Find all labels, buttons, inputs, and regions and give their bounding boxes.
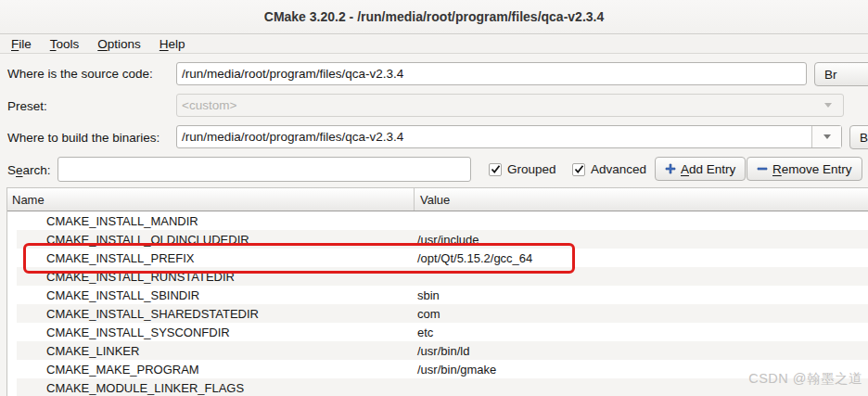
- table-row[interactable]: CMAKE_MAKE_PROGRAM /usr/bin/gmake: [7, 360, 868, 378]
- variable-name-cell[interactable]: CMAKE_INSTALL_MANDIR: [17, 214, 414, 228]
- variable-name-cell[interactable]: CMAKE_LINKER: [17, 344, 414, 358]
- variable-name-cell[interactable]: CMAKE_INSTALL_SYSCONFDIR: [17, 326, 414, 339]
- cache-table: Name Value CMAKE_INSTALL_MANDIR CMAKE_IN…: [6, 187, 868, 396]
- build-binaries-value[interactable]: /run/media/root/program/files/qca-v2.3.4: [177, 130, 811, 144]
- advanced-checkbox[interactable]: Advanced: [572, 162, 646, 176]
- column-header-name[interactable]: Name: [7, 193, 414, 207]
- grouped-checkbox[interactable]: Grouped: [489, 162, 556, 176]
- binaries-dropdown-button[interactable]: [811, 126, 841, 147]
- menu-help[interactable]: Help: [150, 37, 195, 51]
- variable-name-cell[interactable]: CMAKE_INSTALL_OLDINCLUDEDIR: [17, 233, 414, 247]
- watermark: CSDN @翰墨之道: [748, 370, 862, 388]
- preset-dropdown-button: [813, 95, 843, 116]
- table-row[interactable]: CMAKE_INSTALL_SBINDIR sbin: [7, 286, 868, 304]
- build-binaries-combobox[interactable]: /run/media/root/program/files/qca-v2.3.4: [176, 125, 842, 148]
- plus-icon: [665, 163, 676, 174]
- source-code-label: Where is the source code:: [7, 67, 153, 81]
- window-title: CMake 3.20.2 - /run/media/root/program/f…: [264, 9, 604, 24]
- variable-name-cell[interactable]: CMAKE_INSTALL_RUNSTATEDIR: [17, 270, 414, 284]
- table-row[interactable]: CMAKE_INSTALL_PREFIX /opt/Qt/5.15.2/gcc_…: [7, 249, 868, 267]
- variable-value-cell[interactable]: /usr/bin/ld: [414, 344, 868, 358]
- source-code-input[interactable]: [176, 62, 807, 85]
- remove-entry-button[interactable]: Remove Entry: [747, 157, 862, 181]
- menu-bar: File Tools Options Help: [0, 35, 868, 54]
- variable-name-cell[interactable]: CMAKE_MODULE_LINKER_FLAGS: [17, 381, 414, 395]
- checkmark-icon: [491, 164, 501, 174]
- table-row[interactable]: CMAKE_INSTALL_SHAREDSTATEDIR com: [7, 304, 868, 323]
- variable-name-cell[interactable]: CMAKE_INSTALL_PREFIX: [17, 251, 414, 265]
- table-row[interactable]: CMAKE_INSTALL_OLDINCLUDEDIR /usr/include: [7, 230, 868, 249]
- table-row[interactable]: CMAKE_INSTALL_RUNSTATEDIR: [7, 267, 868, 286]
- table-body: CMAKE_INSTALL_MANDIR CMAKE_INSTALL_OLDIN…: [7, 211, 868, 396]
- chevron-down-icon: [824, 103, 832, 108]
- table-row[interactable]: CMAKE_INSTALL_MANDIR: [7, 211, 868, 230]
- checkmark-icon: [574, 164, 584, 174]
- preset-combobox: <custom>: [176, 94, 844, 117]
- variable-value-cell[interactable]: sbin: [414, 288, 868, 302]
- table-row[interactable]: CMAKE_LINKER /usr/bin/ld: [7, 341, 868, 360]
- variable-name-cell[interactable]: CMAKE_INSTALL_SBINDIR: [17, 288, 414, 302]
- minus-icon: [757, 163, 768, 174]
- search-label: Search:: [7, 163, 51, 177]
- menu-options[interactable]: Options: [88, 37, 150, 51]
- browse-source-button[interactable]: Br: [814, 62, 868, 86]
- title-bar: CMake 3.20.2 - /run/media/root/program/f…: [0, 0, 868, 34]
- column-header-value[interactable]: Value: [414, 188, 868, 211]
- browse-build-button[interactable]: B: [849, 125, 868, 149]
- variable-value-cell[interactable]: com: [414, 307, 868, 321]
- search-input[interactable]: [57, 157, 471, 182]
- preset-value: <custom>: [177, 98, 813, 112]
- menu-file[interactable]: File: [2, 37, 41, 51]
- variable-value-cell[interactable]: /usr/include: [414, 233, 868, 247]
- variable-value-cell[interactable]: etc: [414, 326, 868, 339]
- table-header[interactable]: Name Value: [7, 188, 868, 211]
- add-entry-button[interactable]: Add Entry: [655, 157, 746, 181]
- menu-tools[interactable]: Tools: [41, 37, 89, 51]
- chevron-down-icon: [823, 134, 831, 139]
- variable-name-cell[interactable]: CMAKE_INSTALL_SHAREDSTATEDIR: [17, 307, 414, 321]
- grouped-checkbox-label: Grouped: [507, 162, 556, 176]
- build-binaries-label: Where to build the binaries:: [7, 131, 160, 145]
- variable-name-cell[interactable]: CMAKE_MAKE_PROGRAM: [17, 363, 414, 377]
- advanced-checkbox-label: Advanced: [591, 162, 646, 176]
- preset-label: Preset:: [7, 99, 47, 113]
- variable-value-cell[interactable]: /opt/Qt/5.15.2/gcc_64: [414, 251, 868, 265]
- table-row[interactable]: CMAKE_MODULE_LINKER_FLAGS: [7, 378, 868, 396]
- table-row[interactable]: CMAKE_INSTALL_SYSCONFDIR etc: [7, 323, 868, 341]
